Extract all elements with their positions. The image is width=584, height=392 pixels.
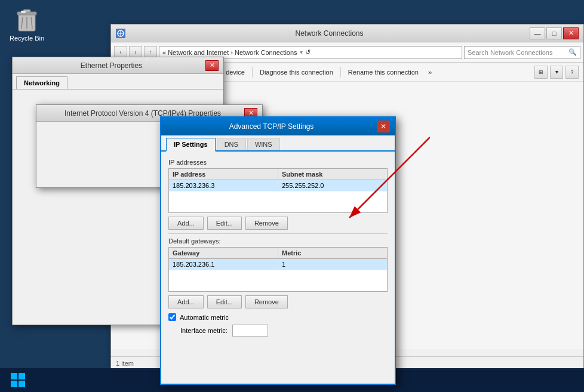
start-button[interactable] bbox=[3, 368, 33, 392]
ip-address-cell: 185.203.236.3 bbox=[169, 180, 278, 191]
ethernet-tabs: Networking bbox=[13, 74, 223, 89]
interface-metric-input[interactable] bbox=[232, 325, 268, 337]
network-close-button[interactable]: ✕ bbox=[563, 27, 579, 39]
item-count: 1 item bbox=[116, 360, 134, 367]
subnet-mask-col-header: Subnet mask bbox=[278, 169, 387, 180]
svg-rect-13 bbox=[11, 373, 17, 379]
windows-logo bbox=[10, 372, 26, 388]
gateway-add-button[interactable]: Add... bbox=[168, 295, 204, 308]
minimize-button[interactable]: — bbox=[530, 27, 545, 39]
ethernet-titlebar: Ethernet Properties ✕ bbox=[13, 57, 223, 74]
gateway-table-row[interactable]: 185.203.236.1 1 bbox=[169, 259, 387, 270]
toolbar-sep-3 bbox=[340, 67, 341, 78]
advanced-tabs: IP Settings DNS WINS bbox=[161, 135, 395, 152]
interface-metric-row: Interface metric: bbox=[180, 325, 388, 337]
recycle-bin-icon bbox=[15, 6, 39, 32]
more-label: » bbox=[428, 69, 432, 76]
svg-rect-16 bbox=[19, 381, 25, 387]
help-button[interactable]: ? bbox=[565, 66, 579, 79]
search-text: Search Network Connections bbox=[468, 49, 568, 56]
breadcrumb-text: « Network and Internet › Network Connect… bbox=[162, 49, 297, 56]
search-box[interactable]: Search Network Connections 🔍 bbox=[464, 46, 580, 59]
window-controls: — □ ✕ bbox=[530, 27, 579, 39]
ethernet-content bbox=[13, 89, 223, 101]
automatic-metric-checkbox[interactable] bbox=[168, 313, 176, 321]
gateway-cell: 185.203.236.1 bbox=[169, 259, 278, 270]
more-button[interactable]: » bbox=[426, 67, 434, 77]
gateway-buttons: Add... Edit... Remove bbox=[168, 295, 388, 308]
desktop: Recycle Bin Network Connections — □ ✕ bbox=[0, 0, 584, 392]
gateway-table-empty-space bbox=[169, 270, 387, 291]
diagnose-button[interactable]: Diagnose this connection bbox=[257, 67, 336, 77]
gateways-header: Gateway Metric bbox=[169, 248, 387, 259]
svg-rect-14 bbox=[19, 373, 25, 379]
dropdown-icon: ▾ bbox=[300, 49, 303, 55]
subnet-mask-cell: 255.255.252.0 bbox=[278, 180, 387, 191]
ethernet-close-button[interactable]: ✕ bbox=[205, 60, 219, 71]
gateway-edit-button[interactable]: Edit... bbox=[207, 295, 242, 308]
ip-remove-button[interactable]: Remove bbox=[245, 217, 288, 230]
metric-cell: 1 bbox=[278, 259, 387, 270]
refresh-icon[interactable]: ↺ bbox=[305, 48, 311, 56]
ethernet-title: Ethernet Properties bbox=[17, 61, 205, 70]
interface-metric-label: Interface metric: bbox=[180, 327, 228, 334]
tab-ip-settings[interactable]: IP Settings bbox=[166, 138, 216, 152]
ip-add-button[interactable]: Add... bbox=[168, 217, 204, 230]
gateways-table: Gateway Metric 185.203.236.1 1 bbox=[168, 247, 388, 292]
view-options-button[interactable]: ⊞ bbox=[534, 66, 548, 79]
automatic-metric-label: Automatic metric bbox=[180, 314, 229, 321]
diagnose-label: Diagnose this connection bbox=[260, 69, 333, 76]
svg-rect-6 bbox=[21, 11, 26, 13]
toolbar-sep-2 bbox=[252, 67, 253, 78]
network-window-title: Network Connections bbox=[129, 29, 530, 38]
ip-table-header: IP address Subnet mask bbox=[169, 169, 387, 180]
advanced-close-button[interactable]: ✕ bbox=[377, 121, 390, 132]
section-separator bbox=[168, 233, 388, 234]
network-window-titlebar: Network Connections — □ ✕ bbox=[111, 24, 583, 42]
recycle-bin-label: Recycle Bin bbox=[10, 35, 44, 42]
metric-col-header: Metric bbox=[278, 248, 387, 258]
ip-addresses-label: IP addresses bbox=[168, 159, 388, 166]
ip-table-empty-space bbox=[169, 192, 387, 212]
tab-networking[interactable]: Networking bbox=[16, 76, 67, 89]
recycle-bin[interactable]: Recycle Bin bbox=[9, 6, 45, 42]
default-gateways-label: Default gateways: bbox=[168, 237, 388, 245]
advanced-titlebar: Advanced TCP/IP Settings ✕ bbox=[161, 118, 395, 135]
network-window-icon bbox=[116, 29, 125, 38]
view-toggle-button[interactable]: ▾ bbox=[550, 66, 563, 79]
gateway-col-header: Gateway bbox=[169, 248, 278, 258]
ip-edit-button[interactable]: Edit... bbox=[207, 217, 242, 230]
automatic-metric-row: Automatic metric bbox=[168, 313, 388, 321]
tab-wins[interactable]: WINS bbox=[247, 138, 280, 150]
search-icon: 🔍 bbox=[568, 48, 577, 56]
maximize-button[interactable]: □ bbox=[546, 27, 562, 39]
svg-rect-15 bbox=[11, 381, 17, 387]
ip-addresses-table: IP address Subnet mask 185.203.236.3 255… bbox=[168, 168, 388, 213]
rename-label: Rename this connection bbox=[348, 69, 419, 76]
advanced-title: Advanced TCP/IP Settings bbox=[166, 122, 377, 131]
advanced-content: IP addresses IP address Subnet mask 185.… bbox=[161, 152, 395, 344]
ip-table-row[interactable]: 185.203.236.3 255.255.252.0 bbox=[169, 180, 387, 192]
gateway-remove-button[interactable]: Remove bbox=[245, 295, 288, 308]
tab-dns[interactable]: DNS bbox=[217, 138, 246, 150]
advanced-tcpip-dialog: Advanced TCP/IP Settings ✕ IP Settings D… bbox=[160, 116, 396, 385]
rename-button[interactable]: Rename this connection bbox=[346, 67, 421, 77]
ip-buttons: Add... Edit... Remove bbox=[168, 217, 388, 230]
ip-address-col-header: IP address bbox=[169, 169, 278, 180]
